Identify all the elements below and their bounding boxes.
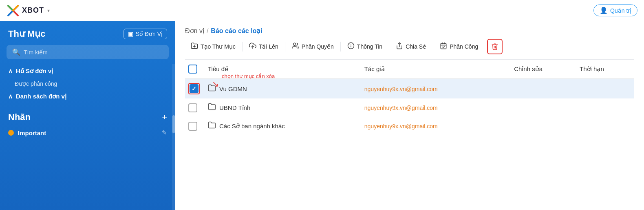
row-2-deadline bbox=[576, 98, 634, 117]
delete-button[interactable] bbox=[487, 39, 503, 54]
cloud-upload-icon bbox=[249, 42, 256, 51]
sidebar: Thư Mục ▣ Số Đơn Vị 🔍 ∧ Hồ Sơ đơn vị bbox=[0, 21, 175, 210]
sidebar-section-ho-so-title[interactable]: ∧ Hồ Sơ đơn vị bbox=[8, 67, 167, 75]
row-2-edited bbox=[511, 98, 576, 117]
search-input[interactable] bbox=[24, 49, 163, 56]
tai-len-label: Tải Lên bbox=[259, 43, 278, 50]
sidebar-item-duoc-phan-cong[interactable]: Được phân công bbox=[0, 78, 175, 89]
sidebar-section-ho-so: ∧ Hồ Sơ đơn vị bbox=[0, 64, 175, 78]
toolbar-sep-4 bbox=[389, 42, 389, 51]
row-3-author: nguyenhuy9x.vn@gmail.com bbox=[361, 117, 511, 135]
sidebar-section-danh-sach-title[interactable]: ∧ Danh sách đơn vị bbox=[8, 93, 167, 100]
header-checkbox[interactable] bbox=[188, 65, 197, 74]
info-circle-icon bbox=[347, 42, 355, 51]
search-box[interactable]: 🔍 bbox=[7, 45, 169, 59]
tao-thu-muc-button[interactable]: Tạo Thư Mục bbox=[185, 40, 241, 54]
row-3-checkbox[interactable] bbox=[188, 122, 197, 131]
folder-plus-icon bbox=[191, 42, 198, 51]
chia-se-button[interactable]: Chia Sẻ bbox=[390, 40, 432, 54]
sidebar-content-area: ∧ Hồ Sơ đơn vị Được phân công ∧ Danh sác… bbox=[0, 64, 175, 210]
logo-text: XBOT bbox=[22, 6, 44, 15]
folder-icon-1 bbox=[208, 84, 216, 94]
row-3-edited bbox=[511, 117, 576, 135]
folder-icon-2 bbox=[208, 103, 216, 113]
nhan-edit-icon[interactable]: ✎ bbox=[162, 129, 167, 136]
tai-len-button[interactable]: Tải Lên bbox=[243, 40, 284, 54]
sidebar-scroll: ∧ Hồ Sơ đơn vị Được phân công ∧ Danh sác… bbox=[0, 64, 175, 143]
row-3-deadline bbox=[576, 117, 634, 135]
sidebar-header: Thư Mục ▣ Số Đơn Vị bbox=[0, 21, 175, 45]
share-icon bbox=[396, 42, 403, 51]
row-2-author: nguyenhuy9x.vn@gmail.com bbox=[361, 98, 511, 117]
toolbar: Tạo Thư Mục Tải Lên bbox=[185, 39, 634, 60]
row-1-name: Vu GDMN bbox=[219, 85, 247, 92]
svg-point-7 bbox=[293, 43, 296, 45]
row-1-edited bbox=[511, 79, 576, 99]
row-1-name-cell: Vu GDMN chọn thư mục cần xóa ↖ bbox=[205, 79, 361, 99]
breadcrumb-separator: / bbox=[207, 27, 208, 35]
toolbar-sep-1 bbox=[242, 42, 243, 51]
row-1-deadline bbox=[576, 79, 634, 99]
file-table: Tiêu đề Tác giả Chỉnh sửa Thời hạn bbox=[185, 60, 634, 135]
nhan-add-button[interactable]: + bbox=[162, 112, 167, 123]
table-row: Các Sở ban ngành khác nguyenhuy9x.vn@gma… bbox=[185, 117, 634, 135]
ho-so-don-vi-label: Hồ Sơ đơn vị bbox=[16, 67, 53, 75]
col-tieu-de: Tiêu đề bbox=[205, 60, 361, 79]
trash-icon bbox=[491, 43, 498, 50]
top-nav: XBOT ▾ 👤 Quản trị bbox=[0, 0, 644, 21]
toolbar-sep-3 bbox=[340, 42, 341, 51]
sidebar-title: Thư Mục bbox=[8, 29, 46, 39]
so-don-vi-button[interactable]: ▣ Số Đơn Vị bbox=[124, 29, 167, 39]
sidebar-scrollbar-thumb[interactable] bbox=[172, 115, 175, 133]
svg-line-3 bbox=[13, 6, 18, 11]
row-2-email: nguyenhuy9x.vn@gmail.com bbox=[364, 105, 438, 111]
phan-cong-label: Phân Công bbox=[450, 43, 478, 50]
thong-tin-label: Thông Tin bbox=[357, 43, 382, 50]
phan-quyen-label: Phân Quyền bbox=[302, 43, 334, 50]
users-gear-icon bbox=[292, 42, 299, 51]
search-icon: 🔍 bbox=[12, 48, 20, 56]
table-row: Vu GDMN chọn thư mục cần xóa ↖ nguyenhuy… bbox=[185, 79, 634, 99]
row-2-name-cell: UBND Tỉnh bbox=[205, 98, 361, 117]
chia-se-label: Chia Sẻ bbox=[406, 43, 426, 50]
phan-quyen-button[interactable]: Phân Quyền bbox=[286, 40, 340, 54]
arrow-icon-2: ∧ bbox=[8, 93, 13, 100]
row-2-checkbox[interactable] bbox=[188, 103, 197, 112]
row-1-author: nguyenhuy9x.vn@gmail.com bbox=[361, 79, 511, 99]
user-label: Quản trị bbox=[610, 7, 631, 14]
thong-tin-button[interactable]: Thông Tin bbox=[342, 40, 388, 54]
phan-cong-button[interactable]: Phân Công bbox=[434, 40, 484, 54]
so-don-vi-label: Số Đơn Vị bbox=[136, 31, 163, 37]
logo-chevron-icon[interactable]: ▾ bbox=[47, 8, 50, 13]
toolbar-sep-5 bbox=[433, 42, 433, 51]
sidebar-section-danh-sach: ∧ Danh sách đơn vị bbox=[0, 89, 175, 103]
sidebar-scrollbar-track bbox=[172, 64, 175, 210]
row-3-name: Các Sở ban ngành khác bbox=[219, 123, 285, 130]
row-1-email: nguyenhuy9x.vn@gmail.com bbox=[364, 86, 438, 92]
calendar-check-icon bbox=[440, 42, 447, 51]
nhan-title: Nhãn bbox=[8, 112, 31, 123]
content-area: Đơn vị / Báo cáo các loại Tạo Thư Mục bbox=[175, 21, 644, 210]
main-layout: Thư Mục ▣ Số Đơn Vị 🔍 ∧ Hồ Sơ đơn vị bbox=[0, 21, 644, 210]
logo-area: XBOT ▾ bbox=[7, 4, 50, 17]
toolbar-sep-2 bbox=[285, 42, 285, 51]
table-header-row: Tiêu đề Tác giả Chỉnh sửa Thời hạn bbox=[185, 60, 634, 79]
nhan-dot-important bbox=[8, 130, 14, 136]
content-header: Đơn vị / Báo cáo các loại Tạo Thư Mục bbox=[175, 21, 644, 60]
col-chinh-sua: Chỉnh sửa bbox=[511, 60, 576, 79]
user-button[interactable]: 👤 Quản trị bbox=[593, 4, 637, 16]
nhan-header: Nhãn + bbox=[8, 112, 167, 123]
row-1-checkbox[interactable] bbox=[190, 84, 198, 93]
logo-icon bbox=[7, 4, 20, 17]
tao-thu-muc-label: Tạo Thư Mục bbox=[201, 43, 236, 50]
row-checkbox-wrapper bbox=[188, 83, 200, 94]
breadcrumb: Đơn vị / Báo cáo các loại bbox=[185, 27, 634, 35]
table-row: UBND Tỉnh nguyenhuy9x.vn@gmail.com bbox=[185, 98, 634, 117]
nhan-section: Nhãn + bbox=[0, 109, 175, 126]
nhan-item-important[interactable]: Important ✎ bbox=[0, 126, 175, 140]
table-area: Tiêu đề Tác giả Chỉnh sửa Thời hạn bbox=[175, 60, 644, 210]
breadcrumb-parent: Đơn vị bbox=[185, 27, 204, 35]
nhan-label-important: Important bbox=[18, 130, 46, 136]
folder-icon-3 bbox=[208, 121, 216, 131]
col-tac-gia: Tác giả bbox=[361, 60, 511, 79]
